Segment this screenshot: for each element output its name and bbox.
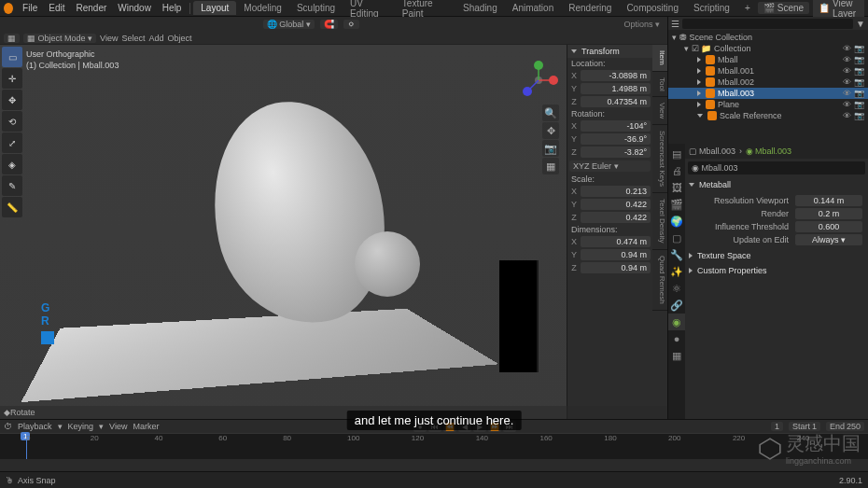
ntab-tool[interactable]: Tool	[652, 72, 667, 98]
proptab-viewlayer[interactable]: 🖼	[668, 179, 685, 196]
options-dropdown[interactable]: Options ▾	[623, 20, 660, 29]
outliner-item[interactable]: Mball👁 📷	[668, 54, 868, 65]
tab-scripting[interactable]: Scripting	[686, 1, 737, 15]
tool-cursor[interactable]: ✛	[2, 68, 22, 89]
menu-object[interactable]: Object	[167, 34, 191, 43]
dim-y[interactable]: 0.94 m	[581, 249, 651, 260]
proptab-object[interactable]: ▢	[668, 230, 685, 246]
ntab-texel[interactable]: Texel Density	[652, 193, 667, 250]
dim-x[interactable]: 0.474 m	[581, 236, 651, 247]
tool-transform[interactable]: ◈	[2, 154, 22, 174]
menu-add[interactable]: Add	[148, 34, 163, 43]
ntab-screencast[interactable]: Screencast Keys	[652, 125, 667, 193]
loc-z[interactable]: 0.47354 m	[581, 96, 651, 107]
tool-select[interactable]: ▭	[2, 47, 22, 67]
rot-y[interactable]: -36.9°	[581, 133, 651, 145]
tab-add[interactable]: +	[737, 1, 758, 15]
outliner-type[interactable]: ☰	[671, 19, 679, 29]
res-viewport[interactable]: 0.144 m	[795, 195, 862, 206]
ntab-quad[interactable]: Quad Remesh	[652, 250, 667, 311]
proptab-render[interactable]: ▤	[668, 146, 685, 162]
update-mode[interactable]: Always ▾	[795, 234, 862, 245]
tool-move[interactable]: ✥	[2, 90, 22, 110]
outliner-item[interactable]: Scale Reference👁 📷	[668, 110, 868, 121]
proptab-constraints[interactable]: 🔗	[668, 297, 685, 314]
scene-selector[interactable]: 🎬 Scene	[758, 2, 809, 14]
tab-layout[interactable]: Layout	[193, 1, 236, 15]
scale-z[interactable]: 0.422	[581, 212, 651, 223]
outliner-item[interactable]: Mball.001👁 📷	[668, 65, 868, 77]
tab-sculpting[interactable]: Sculpting	[289, 1, 343, 15]
frame-start[interactable]: Start 1	[789, 422, 820, 431]
menu-help[interactable]: Help	[157, 3, 188, 13]
rotation-mode[interactable]: XYZ Euler ▾	[569, 160, 651, 172]
frame-end[interactable]: End 250	[826, 422, 864, 431]
proptab-world[interactable]: 🌍	[668, 213, 685, 230]
scene-collection-row[interactable]: ▾ ⛃Scene Collection	[668, 32, 868, 43]
tl-keying[interactable]: Keying	[68, 422, 94, 431]
scale-y[interactable]: 0.422	[581, 199, 651, 210]
tab-shading[interactable]: Shading	[455, 1, 505, 15]
proptab-material[interactable]: ●	[668, 330, 685, 347]
collection-row[interactable]: ▾ ☑ 📁Collection👁 📷	[668, 43, 868, 54]
proptab-output[interactable]: 🖨	[668, 162, 685, 179]
proptab-data[interactable]: ◉	[668, 314, 685, 330]
outliner-search[interactable]	[682, 19, 853, 29]
editor-type[interactable]: ▦	[4, 34, 20, 43]
current-frame[interactable]: 1	[771, 422, 783, 431]
outliner-item-selected[interactable]: Mball.003👁 📷	[668, 88, 868, 99]
menu-select[interactable]: Select	[121, 34, 145, 43]
nav-persp[interactable]: ▦	[542, 158, 559, 174]
menu-window[interactable]: Window	[112, 3, 157, 13]
proptab-physics[interactable]: ⚛	[668, 280, 685, 297]
transform-header[interactable]: Transform	[567, 45, 652, 58]
proptab-scene[interactable]: 🎬	[668, 196, 685, 213]
tool-scale[interactable]: ⤢	[2, 132, 22, 153]
ntab-view[interactable]: View	[652, 97, 667, 125]
loc-y[interactable]: 1.4988 m	[581, 83, 651, 94]
tab-modeling[interactable]: Modeling	[236, 1, 289, 15]
metaball-section[interactable]: Metaball	[685, 177, 868, 192]
res-render[interactable]: 0.2 m	[795, 208, 862, 219]
nav-camera[interactable]: 📷	[542, 140, 559, 157]
nav-pan[interactable]: ✥	[542, 122, 559, 139]
nav-zoom[interactable]: 🔍	[542, 105, 559, 121]
datablock-name[interactable]: ◉ Mball.003	[688, 161, 865, 174]
proptab-particles[interactable]: ✨	[668, 263, 685, 280]
timeline-ruler[interactable]: 020406080100120140160180200220240	[0, 433, 868, 459]
menu-view[interactable]: View	[100, 34, 118, 43]
orientation-dropdown[interactable]: 🌐 Global ▾	[263, 20, 315, 29]
tab-compositing[interactable]: Compositing	[619, 1, 686, 15]
snap-toggle[interactable]: 🧲	[320, 20, 338, 29]
ntab-item[interactable]: Item	[652, 45, 667, 72]
outliner-filter[interactable]: ▼	[856, 19, 865, 29]
dim-z[interactable]: 0.94 m	[581, 262, 651, 273]
tl-view[interactable]: View	[109, 422, 127, 431]
tool-annotate[interactable]: ✎	[2, 175, 22, 196]
loc-x[interactable]: -3.0898 m	[581, 70, 651, 81]
menu-file[interactable]: File	[17, 3, 43, 13]
mode-dropdown[interactable]: ▦ Object Mode ▾	[23, 34, 96, 43]
outliner-item[interactable]: Plane👁 📷	[668, 99, 868, 110]
scale-x[interactable]: 0.213	[581, 186, 651, 197]
tool-measure[interactable]: 📏	[2, 197, 22, 217]
rot-x[interactable]: -104°	[581, 120, 651, 132]
nav-gizmo[interactable]	[518, 60, 559, 101]
tool-rotate[interactable]: ⟲	[2, 111, 22, 132]
texture-space-section[interactable]: Texture Space	[685, 248, 868, 263]
proptab-texture[interactable]: ▦	[668, 347, 685, 364]
outliner-item[interactable]: Mball.002👁 📷	[668, 77, 868, 88]
viewport-3d[interactable]: ▭ ✛ ✥ ⟲ ⤢ ◈ ✎ 📏 User Orthographic (1) Co…	[0, 45, 667, 419]
timeline-type[interactable]: ⏱	[4, 422, 12, 431]
proportional-toggle[interactable]: ⭘	[343, 20, 359, 29]
tl-marker[interactable]: Marker	[133, 422, 159, 431]
menu-render[interactable]: Render	[70, 3, 112, 13]
tab-rendering[interactable]: Rendering	[561, 1, 619, 15]
proptab-modifiers[interactable]: 🔧	[668, 246, 685, 263]
custom-props-section[interactable]: Custom Properties	[685, 263, 868, 278]
menu-edit[interactable]: Edit	[43, 3, 70, 13]
tl-playback[interactable]: Playback	[18, 422, 52, 431]
tab-animation[interactable]: Animation	[505, 1, 561, 15]
influence-threshold[interactable]: 0.600	[795, 221, 862, 232]
rot-z[interactable]: -3.82°	[581, 146, 651, 158]
